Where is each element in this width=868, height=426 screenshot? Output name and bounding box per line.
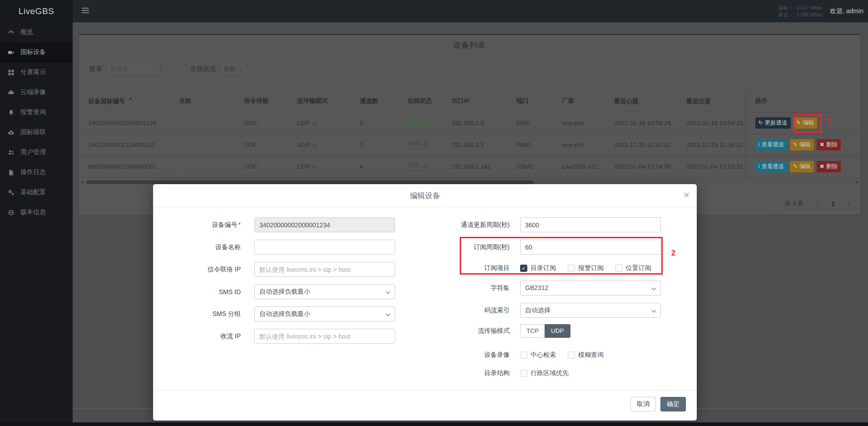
admin-region-first-label: 行政区域优先 [531,369,569,376]
alarm-subscribe-label: 报警订阅 [578,264,604,271]
channel-period-row: 通道更新周期(秒) [419,217,661,232]
sip-ip-row: 信令联络 IP [164,262,395,277]
subscribe-items-row: 订阅项目 ✓目录订阅 报警订阅 位置订阅 [419,261,661,275]
chevron-down-icon [652,286,656,291]
device-record-row: 设备录像 中心检索 模糊查询 [419,350,614,361]
subscribe-options: ✓目录订阅 报警订阅 位置订阅 [520,264,661,272]
sms-group-row: SMS 分组 自动选择负载最小 [164,306,395,321]
modal-header: 编辑设备 × [153,184,697,207]
sms-id-row: SMS ID 自动选择负载最小 [164,284,395,299]
tcp-option[interactable]: TCP [520,324,545,338]
stream-mode-toggle: TCP UDP [520,324,570,338]
edit-device-modal: 编辑设备 × 设备编号* 设备名称 信令联络 IP SMS ID 自动选择负载最… [153,184,697,421]
center-search-checkbox[interactable] [520,351,527,359]
sip-ip-label: 信令联络 IP [164,266,241,274]
device-name-label: 设备名称 [164,243,241,251]
dir-structure-label: 目录结构 [419,369,510,377]
channel-period-label: 通道更新周期(秒) [419,221,510,229]
fuzzy-query-checkbox[interactable] [568,351,575,359]
charset-row: 字符集 GB2312 [419,281,661,296]
catalog-subscribe-checkbox[interactable]: ✓ [520,265,527,272]
subscribe-period-row: 订阅周期(秒) [419,240,661,255]
stream-index-label: 码流索引 [419,306,510,315]
device-id-field [254,217,395,232]
fuzzy-query-label: 模糊查询 [578,351,604,358]
admin-region-first-checkbox[interactable] [520,370,527,377]
recv-ip-row: 收流 IP [164,329,395,344]
device-id-row: 设备编号* [164,217,395,232]
charset-select[interactable]: GB2312 [520,281,661,296]
position-subscribe-label: 位置订阅 [626,264,651,271]
chevron-down-icon [386,290,391,294]
bottom-bar [0,422,868,426]
recv-ip-label: 收流 IP [164,332,241,341]
position-subscribe-checkbox[interactable] [615,265,623,272]
chevron-down-icon [386,312,391,316]
sms-id-select[interactable]: 自动选择负载最小 [254,284,395,299]
device-name-row: 设备名称 [164,240,395,255]
dir-structure-row: 目录结构 行政区域优先 [419,368,579,379]
modal-footer: 取消 确定 [153,390,697,421]
sms-group-select[interactable]: 自动选择负载最小 [254,306,395,321]
device-name-field[interactable] [254,240,395,255]
sms-id-label: SMS ID [164,288,241,296]
subscribe-period-field[interactable] [520,240,661,255]
modal-title: 编辑设备 [153,184,697,207]
close-icon[interactable]: × [684,189,689,201]
app-root: LiveGBS 接收 ↑ : 0.027 Mbps 发送 ↓ : 0.006 M… [0,0,868,426]
subscribe-period-label: 订阅周期(秒) [419,243,510,251]
udp-option[interactable]: UDP [545,324,570,338]
confirm-button[interactable]: 确定 [660,397,686,411]
charset-label: 字符集 [419,284,510,292]
sip-ip-field[interactable] [254,262,395,277]
subscribe-items-label: 订阅项目 [419,264,510,272]
sms-group-label: SMS 分组 [164,310,241,318]
stream-index-select[interactable]: 自动选择 [520,303,661,318]
stream-mode-label: 流传输模式 [419,327,510,335]
recv-ip-field[interactable] [254,329,395,344]
device-id-label: 设备编号* [164,221,241,229]
record-options: 中心检索 模糊查询 [520,351,614,359]
required-asterisk: * [238,221,241,228]
catalog-subscribe-label: 目录订阅 [531,264,556,271]
alarm-subscribe-checkbox[interactable] [568,265,575,272]
stream-mode-row: 流传输模式 TCP UDP [419,324,570,338]
device-record-label: 设备录像 [419,351,510,359]
stream-index-row: 码流索引 自动选择 [419,303,661,318]
cancel-button[interactable]: 取消 [630,397,656,411]
center-search-label: 中心检索 [531,351,556,358]
chevron-down-icon [652,308,656,313]
channel-period-field[interactable] [520,217,661,232]
dir-options: 行政区域优先 [520,369,579,377]
